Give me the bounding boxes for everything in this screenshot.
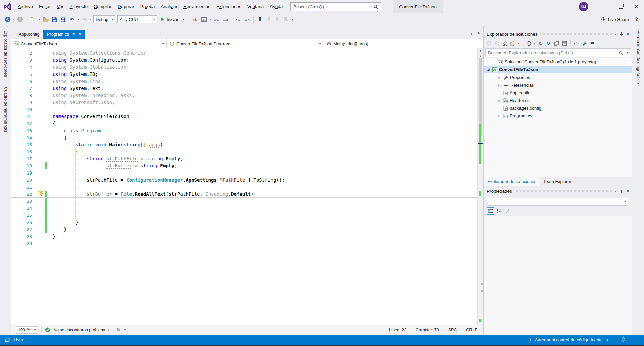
- previous-bookmark-icon[interactable]: [265, 15, 273, 23]
- menu-archivo[interactable]: Archivo: [15, 0, 36, 13]
- categorized-icon[interactable]: [487, 207, 494, 215]
- open-file-icon[interactable]: [42, 15, 50, 23]
- pin-icon[interactable]: [620, 32, 623, 36]
- code-line-11[interactable]: 11−namespace ConvertFileToJson: [11, 113, 477, 120]
- search-icon[interactable]: [373, 4, 378, 9]
- code-line-14[interactable]: 14 {: [11, 134, 477, 141]
- add-to-source-control-button[interactable]: Agregar al control de código fuente: [535, 337, 603, 342]
- start-debugging-button[interactable]: Iniciar▾: [158, 17, 187, 22]
- add-user-icon[interactable]: [634, 17, 640, 22]
- code-line-29[interactable]: 29: [11, 240, 477, 247]
- go-to-definition-icon[interactable]: [221, 15, 229, 23]
- performance-profiler-icon[interactable]: [191, 15, 199, 23]
- minimize-icon[interactable]: —: [598, 0, 613, 13]
- tree-item-program-cs[interactable]: ▷C#Program.cs: [484, 112, 632, 120]
- se-back-icon[interactable]: [485, 40, 493, 47]
- menu-editar[interactable]: Editar: [36, 0, 54, 13]
- menu-analizar[interactable]: Analizar: [158, 0, 180, 13]
- code-line-26[interactable]: 26 }: [11, 219, 477, 226]
- switch-views-icon[interactable]: [509, 40, 517, 47]
- menu-extensiones[interactable]: Extensiones: [213, 0, 244, 13]
- code-line-16[interactable]: 16 {: [11, 148, 477, 155]
- menu-prueba[interactable]: Prueba: [137, 0, 158, 13]
- save-all-icon[interactable]: [59, 15, 67, 23]
- problems-status[interactable]: No se encontraron problemas.: [53, 328, 110, 332]
- expander-collapsed-icon[interactable]: ▷: [497, 76, 502, 79]
- dropdown-caret-icon[interactable]: ▾: [76, 15, 80, 23]
- fold-collapse-icon[interactable]: −: [48, 129, 52, 133]
- dropdown-caret-icon[interactable]: ▾: [89, 15, 92, 23]
- solution-configuration-dropdown[interactable]: Debug▾: [93, 15, 115, 23]
- tab-app-config[interactable]: App.config: [15, 30, 43, 39]
- tab-solution-explorer[interactable]: Explorador de soluciones: [484, 177, 540, 186]
- code-line-19[interactable]: 19: [11, 169, 477, 177]
- refresh-icon[interactable]: ↻: [545, 40, 552, 47]
- spaces-indicator[interactable]: SPC: [448, 328, 457, 332]
- user-avatar[interactable]: DJ: [579, 2, 588, 11]
- code-editor[interactable]: 2using System.Collections.Generic;3using…: [11, 48, 483, 325]
- fold-collapse-icon[interactable]: −: [48, 143, 52, 147]
- breadcrumb-member-dropdown[interactable]: Main(string[] args): [324, 39, 483, 48]
- tab-program-cs[interactable]: Program.cs✕: [43, 30, 85, 39]
- home-icon[interactable]: [501, 40, 509, 47]
- redo-icon[interactable]: ↷: [80, 15, 88, 23]
- menu-depurar[interactable]: Depurar: [115, 0, 137, 13]
- editor-scrollbar[interactable]: ↕ ▲: [477, 48, 483, 325]
- eol-indicator[interactable]: CRLF: [466, 328, 477, 332]
- diagnostic-tools-tab[interactable]: Herramientas de diagnóstico: [636, 30, 641, 335]
- drag-handle[interactable]: [515, 190, 612, 192]
- properties-object-dropdown[interactable]: ▾: [487, 198, 628, 206]
- alphabetical-sort-icon[interactable]: AZ: [495, 207, 503, 215]
- document-list-dropdown-icon[interactable]: ▾: [470, 32, 472, 36]
- quick-search-box[interactable]: Buscar (Ctrl+Q): [290, 2, 381, 11]
- menu-ventana[interactable]: Ventana: [244, 0, 267, 13]
- code-line-20[interactable]: 20 strPathFile = ConfigurationManager.Ap…: [11, 177, 477, 184]
- undo-icon[interactable]: ↶: [68, 15, 76, 23]
- code-line-7[interactable]: 7using System.Text;: [11, 85, 477, 92]
- dropdown-caret-icon[interactable]: ▾: [38, 15, 41, 23]
- code-line-23[interactable]: 23: [11, 198, 477, 205]
- server-explorer-tab[interactable]: Explorador de servidores: [3, 30, 8, 77]
- navigate-forward-icon[interactable]: [16, 15, 24, 23]
- chevron-up-icon[interactable]: ▲: [606, 338, 609, 341]
- breadcrumb-type-dropdown[interactable]: ConvertFileToJson.Program ▾: [167, 39, 324, 48]
- tree-item-soluci-n-convertfiletojson-1-de-1-proyecto[interactable]: Solución "ConvertFileToJson" (1 de 1 pro…: [484, 58, 632, 66]
- solution-explorer-search[interactable]: Buscar en Explorador de soluciones (Ctrl…: [485, 48, 631, 57]
- clear-bookmarks-icon[interactable]: [282, 15, 290, 23]
- expander-collapsed-icon[interactable]: ▷: [497, 114, 502, 118]
- code-line-22[interactable]: 22 strBuffer = File.ReadAllText(strPathF…: [11, 191, 477, 198]
- view-code-icon[interactable]: <>: [573, 40, 580, 47]
- code-line-4[interactable]: 4using System.Globalization;: [11, 64, 477, 71]
- code-line-13[interactable]: 13− class Program: [11, 127, 477, 134]
- quick-actions-lightbulb-icon[interactable]: [38, 191, 44, 197]
- comment-icon[interactable]: [234, 15, 242, 23]
- zoom-dropdown[interactable]: 100 %▾: [16, 326, 38, 334]
- code-line-17[interactable]: 17 string strPathFile = string.Empty,: [11, 155, 477, 162]
- tree-item-properties[interactable]: ▷Properties: [484, 73, 632, 81]
- new-file-icon[interactable]: [29, 15, 37, 23]
- menu-ayuda[interactable]: Ayuda: [267, 0, 286, 13]
- save-icon[interactable]: [50, 15, 58, 23]
- code-line-10[interactable]: 10: [11, 106, 477, 113]
- pin-tab-icon[interactable]: [72, 32, 76, 36]
- preview-selected-items-toggle[interactable]: [589, 40, 596, 47]
- navigate-backward-icon[interactable]: [4, 15, 12, 23]
- drag-handle[interactable]: [540, 33, 612, 35]
- expander-expanded-icon[interactable]: ◢: [486, 68, 490, 71]
- properties-wrench-icon[interactable]: [581, 40, 588, 47]
- code-line-9[interactable]: 9using Newtonsoft.Json;: [11, 99, 477, 106]
- dropdown-caret-icon[interactable]: ▾: [291, 15, 294, 23]
- se-forward-icon[interactable]: [493, 40, 501, 47]
- breadcrumb-project-dropdown[interactable]: C# ConvertFileToJson ▾: [11, 39, 167, 48]
- close-icon[interactable]: ✕: [629, 0, 644, 13]
- expander-collapsed-icon[interactable]: ▷: [497, 84, 502, 87]
- code-line-2[interactable]: 2using System.Collections.Generic;: [11, 50, 477, 57]
- dropdown-caret-icon[interactable]: ▾: [12, 15, 16, 23]
- tree-item-header-cs[interactable]: ▷C#Header.cs: [484, 97, 632, 104]
- scroll-up-icon[interactable]: ▲: [478, 54, 483, 58]
- menu-herramientas[interactable]: Herramientas: [180, 0, 213, 13]
- code-map-icon[interactable]: [200, 15, 208, 23]
- column-indicator[interactable]: Carácter: 73: [416, 328, 439, 332]
- code-line-27[interactable]: 27 }: [11, 226, 477, 233]
- menu-ver[interactable]: Ver: [54, 0, 66, 13]
